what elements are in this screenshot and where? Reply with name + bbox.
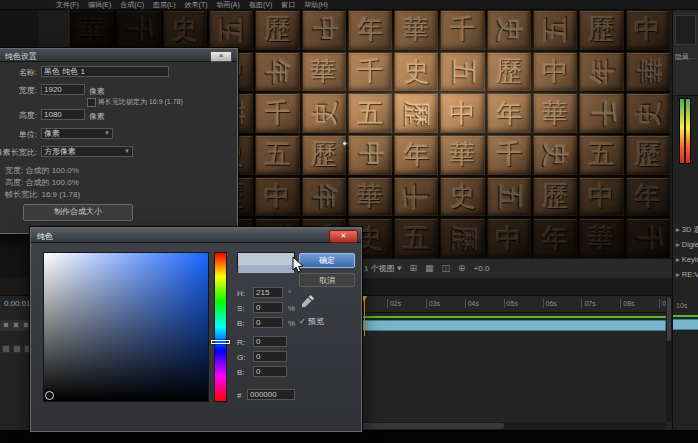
block-glyph: 華 <box>357 179 383 214</box>
wall-block: 年 <box>487 93 531 133</box>
close-icon[interactable]: ✕ <box>329 230 358 243</box>
chevron-down-icon: ▼ <box>104 129 110 138</box>
block-glyph: 華 <box>450 137 476 172</box>
ruler-tick: 04s <box>465 299 479 308</box>
effects-folder-item[interactable]: 3D 通道 <box>673 222 698 237</box>
saturation-unit: % <box>288 304 295 313</box>
block-glyph: 年 <box>635 179 661 214</box>
grid-guides-icon[interactable]: ⊞ <box>409 264 417 273</box>
block-glyph: 歷 <box>311 137 337 172</box>
close-icon[interactable]: × <box>210 51 232 62</box>
wall-block: 年 <box>302 177 346 217</box>
scrollbar-thumb[interactable] <box>667 297 671 341</box>
hex-input[interactable]: 000000 <box>247 389 295 400</box>
scrollbar-thumb[interactable] <box>346 423 504 429</box>
view-layout-dropdown[interactable]: 1 个视图 ▾ <box>364 263 401 274</box>
wall-block: 五 <box>440 52 484 92</box>
time-ruler[interactable]: 01s02s03s04s05s06s07s08s09s <box>345 296 666 313</box>
preview-checkbox[interactable]: ✓ 预览 <box>299 316 324 327</box>
audio-meter-divider <box>684 98 686 164</box>
wall-block: 千 <box>394 177 438 217</box>
expand-transform-icon[interactable] <box>2 345 10 353</box>
saturation-brightness-field[interactable] <box>43 252 209 402</box>
wall-block: 史 <box>394 52 438 92</box>
ruler-tick: 02s <box>387 299 401 308</box>
wall-block: 史 <box>163 10 207 50</box>
wall-block: 中 <box>440 93 484 133</box>
ruler-tick: 07s <box>581 299 595 308</box>
layer-duration-bar[interactable] <box>673 319 698 330</box>
dialog-title: 纯色 <box>37 231 53 242</box>
effects-folder-item[interactable]: Keying <box>673 252 698 267</box>
audio-icon[interactable] <box>13 322 19 328</box>
saturation-input[interactable]: 0 <box>253 302 283 313</box>
lock-aspect-checkbox[interactable] <box>87 98 96 107</box>
block-glyph: 五 <box>403 221 429 256</box>
hue-input[interactable]: 215 <box>253 287 283 298</box>
brightness-input[interactable]: 0 <box>253 317 283 328</box>
lock-aspect-label: 将长宽比锁定为 16:9 (1.78) <box>98 97 183 107</box>
previous-color-swatch <box>238 265 294 273</box>
block-glyph: 中 <box>589 179 615 214</box>
make-comp-size-button[interactable]: 制作合成大小 <box>23 204 133 221</box>
blue-input[interactable]: 0 <box>253 366 287 377</box>
menu-item[interactable]: 动画(A) <box>217 0 240 10</box>
effects-folder-item[interactable]: RE:Vision <box>673 267 698 282</box>
eye-icon[interactable] <box>3 322 9 328</box>
effects-folder-item[interactable]: Digieffects <box>673 237 698 252</box>
color-selection-ring[interactable] <box>45 391 54 400</box>
units-dropdown[interactable]: 像素▼ <box>41 128 113 139</box>
wall-block: 中 <box>487 218 531 258</box>
wall-block: 中 <box>255 177 299 217</box>
block-glyph: 中 <box>450 96 476 131</box>
solo-icon[interactable] <box>23 322 29 328</box>
menu-item[interactable]: 窗口 <box>281 0 295 10</box>
hue-slider-marker[interactable] <box>211 340 230 344</box>
name-input[interactable]: 黑色 纯色 1 <box>41 66 169 77</box>
current-time-indicator[interactable] <box>364 296 365 336</box>
region-of-interest-icon[interactable]: ◫ <box>442 264 451 273</box>
cancel-button[interactable]: 取消 <box>299 273 355 287</box>
width-input[interactable]: 1920 <box>41 84 85 95</box>
block-glyph: 年 <box>403 137 429 172</box>
wall-block: 中 <box>348 135 392 175</box>
info-panel-box <box>675 15 696 45</box>
channel-icon[interactable]: ⊕ <box>458 264 466 273</box>
layer-duration-bar[interactable] <box>345 320 666 331</box>
menu-item[interactable]: 图层(L) <box>153 0 176 10</box>
wall-block: 五 <box>394 218 438 258</box>
dialog-titlebar[interactable]: 纯色设置 × <box>0 49 237 62</box>
green-input[interactable]: 0 <box>253 351 287 362</box>
block-glyph: 史 <box>538 142 573 168</box>
pixel-aspect-dropdown[interactable]: 方形像素▼ <box>41 146 133 157</box>
block-glyph: 五 <box>445 58 480 84</box>
hue-label: H: <box>237 289 245 298</box>
height-input[interactable]: 1080 <box>41 109 85 120</box>
menu-item[interactable]: 效果(T) <box>185 0 208 10</box>
hue-slider[interactable] <box>214 252 227 402</box>
block-glyph: 歷 <box>399 100 434 126</box>
dialog-titlebar[interactable]: 纯色 ✕ <box>31 228 361 243</box>
block-glyph: 千 <box>357 54 383 89</box>
graph-editor-icon[interactable] <box>13 345 21 353</box>
menu-item[interactable]: 文件(F) <box>56 0 79 10</box>
wall-block: 年 <box>394 135 438 175</box>
name-label: 名称: <box>0 67 37 78</box>
ok-button[interactable]: 确定 <box>299 253 355 268</box>
wall-block: 史 <box>440 177 484 217</box>
menu-item[interactable]: 视图(V) <box>249 0 272 10</box>
wall-block: 年 <box>533 218 577 258</box>
block-glyph: 年 <box>306 183 341 209</box>
exposure-value[interactable]: +0.0 <box>474 264 490 273</box>
menu-item[interactable]: 编辑(E) <box>88 0 111 10</box>
red-input[interactable]: 0 <box>253 336 287 347</box>
mask-visibility-icon[interactable]: ▦ <box>425 264 434 273</box>
block-glyph: 歷 <box>496 54 522 89</box>
menu-item[interactable]: 帮助(H) <box>304 0 328 10</box>
menu-item[interactable]: 合成(C) <box>120 0 144 10</box>
timeline-horizontal-scrollbar[interactable] <box>345 422 666 430</box>
block-glyph: 華 <box>403 12 429 47</box>
color-picker-dialog: 纯色 ✕ 确定 取消 H: 215 ° S: 0 % B: 0 % ✓ 预览 R… <box>30 227 362 432</box>
block-glyph: 千 <box>584 100 619 126</box>
eyedropper-icon[interactable] <box>301 294 315 312</box>
